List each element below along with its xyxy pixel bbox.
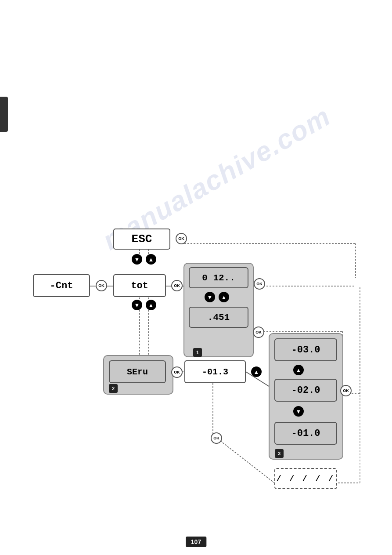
arrow-up-012[interactable]: ▲ bbox=[219, 292, 229, 302]
badge-2: 2 bbox=[109, 384, 118, 393]
ok-d020-label: OK bbox=[343, 388, 349, 393]
left-tab bbox=[0, 97, 8, 132]
arrow-up-013[interactable]: ▲ bbox=[251, 366, 262, 377]
ok-451-button[interactable]: OK bbox=[253, 326, 264, 338]
d451-label: .451 bbox=[208, 312, 230, 323]
arrow-down-esc[interactable]: ▼ bbox=[132, 254, 142, 265]
seru-display: SEru bbox=[109, 360, 166, 383]
badge-1: 1 bbox=[193, 348, 202, 357]
svg-line-15 bbox=[213, 435, 274, 483]
arrow-down-tot[interactable]: ▼ bbox=[132, 300, 142, 310]
ok-label: OK bbox=[178, 236, 184, 241]
cnt-display: -Cnt bbox=[33, 274, 90, 297]
d451-display: .451 bbox=[189, 307, 248, 328]
dashes-label: / / / / / bbox=[277, 474, 335, 483]
ok-group1-right-button[interactable]: OK bbox=[254, 278, 265, 290]
d010-display: -01.0 bbox=[274, 422, 337, 445]
ok-seru-button[interactable]: OK bbox=[171, 366, 183, 378]
ok-group1r-label: OK bbox=[256, 282, 263, 286]
badge1-label: 1 bbox=[196, 350, 199, 355]
badge-3: 3 bbox=[275, 449, 284, 458]
esc-label: ESC bbox=[132, 232, 152, 246]
ok-cnt-label: OK bbox=[98, 283, 104, 288]
tot-label: tot bbox=[131, 280, 148, 291]
esc-display: ESC bbox=[113, 229, 170, 250]
cnt-label: -Cnt bbox=[50, 280, 73, 291]
ok-esc-button[interactable]: OK bbox=[176, 233, 187, 244]
arrow-down-012[interactable]: ▼ bbox=[205, 292, 215, 302]
ok-d013-down-button[interactable]: OK bbox=[211, 432, 222, 444]
seru-label: SEru bbox=[127, 367, 148, 377]
dashes-display: / / / / / bbox=[274, 468, 337, 489]
badge3-label: 3 bbox=[278, 451, 281, 456]
page-number: 107 bbox=[186, 537, 206, 547]
arrow-up-tot[interactable]: ▲ bbox=[146, 300, 156, 310]
d012-label: 0 12.. bbox=[202, 273, 235, 283]
d013-label: -01.3 bbox=[202, 367, 228, 377]
ok-d013-down-label: OK bbox=[213, 436, 219, 440]
d013-display: -01.3 bbox=[184, 360, 246, 383]
ok-tot-label: OK bbox=[174, 283, 180, 288]
d030-display: -03.0 bbox=[274, 338, 337, 361]
d020-label: -02.0 bbox=[291, 385, 320, 396]
arrow-up-group3[interactable]: ▲ bbox=[293, 365, 304, 375]
badge2-label: 2 bbox=[112, 386, 115, 391]
d010-label: -01.0 bbox=[291, 428, 320, 439]
ok-cnt-button[interactable]: OK bbox=[96, 280, 107, 291]
tot-display: tot bbox=[113, 274, 166, 297]
ok-451-label: OK bbox=[255, 330, 262, 334]
arrow-up-esc[interactable]: ▲ bbox=[146, 254, 156, 265]
d012-display: 0 12.. bbox=[189, 267, 248, 288]
ok-seru-label: OK bbox=[174, 370, 180, 374]
d030-label: -03.0 bbox=[291, 345, 320, 355]
d020-display: -02.0 bbox=[274, 379, 337, 402]
ok-tot-button[interactable]: OK bbox=[171, 280, 183, 291]
arrow-down-group3[interactable]: ▼ bbox=[293, 406, 304, 417]
ok-d020-button[interactable]: OK bbox=[340, 385, 352, 396]
